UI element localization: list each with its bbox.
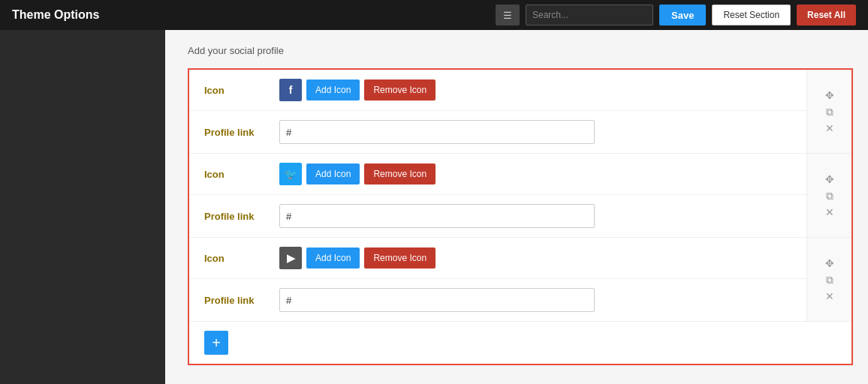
social-item-3: Icon ▶ Add Icon Remove Icon Profile link [189, 238, 851, 322]
profile-label-3: Profile link [204, 295, 279, 306]
add-row-container: + [189, 331, 851, 355]
copy-icon-3[interactable]: ⧉ [826, 274, 833, 285]
page-title: Theme Options [12, 8, 487, 22]
add-icon-button-1[interactable]: Add Icon [306, 80, 360, 100]
main-layout: Add your social profile Icon f Add Icon … [0, 30, 868, 384]
remove-icon-button-2[interactable]: Remove Icon [364, 164, 436, 184]
delete-icon-2[interactable]: ✕ [825, 207, 834, 218]
reset-all-button[interactable]: Reset All [797, 4, 856, 26]
add-row-button[interactable]: + [204, 331, 228, 355]
header: Theme Options ☰ Save Reset Section Reset… [0, 0, 868, 30]
profile-controls-2 [279, 204, 791, 228]
copy-icon-1[interactable]: ⧉ [826, 106, 833, 117]
profile-link-input-1[interactable] [279, 120, 595, 144]
add-icon-button-2[interactable]: Add Icon [306, 164, 360, 184]
youtube-icon: ▶ [287, 252, 295, 264]
sidebar [0, 30, 165, 384]
profile-row-2: Profile link [189, 195, 806, 237]
row-actions-3: ✥ ⧉ ✕ [806, 238, 851, 321]
profile-label-1: Profile link [204, 127, 279, 138]
row-actions-1: ✥ ⧉ ✕ [806, 70, 851, 153]
save-button[interactable]: Save [659, 4, 706, 26]
social-item-2: Icon 🐦 Add Icon Remove Icon Profile link [189, 154, 851, 238]
add-icon-button-3[interactable]: Add Icon [306, 248, 360, 268]
icon-row-2: Icon 🐦 Add Icon Remove Icon [189, 154, 806, 195]
row-actions-2: ✥ ⧉ ✕ [806, 154, 851, 237]
reset-section-button[interactable]: Reset Section [712, 4, 791, 26]
icon-controls-2: 🐦 Add Icon Remove Icon [279, 163, 791, 185]
profile-row-3: Profile link [189, 279, 806, 321]
move-icon-1[interactable]: ✥ [825, 90, 834, 100]
remove-icon-button-3[interactable]: Remove Icon [364, 248, 436, 268]
profile-controls-1 [279, 120, 791, 144]
icon-label-3: Icon [204, 253, 279, 264]
plus-icon: + [212, 334, 221, 352]
profile-label-2: Profile link [204, 211, 279, 222]
header-actions: ☰ Save Reset Section Reset All [496, 4, 856, 26]
icon-controls-1: f Add Icon Remove Icon [279, 79, 791, 101]
icon-row-1: Icon f Add Icon Remove Icon [189, 70, 806, 111]
facebook-icon: f [289, 84, 293, 96]
social-fields-3: Icon ▶ Add Icon Remove Icon Profile link [189, 238, 806, 321]
social-fields-1: Icon f Add Icon Remove Icon Profile link [189, 70, 806, 153]
menu-icon-button[interactable]: ☰ [496, 4, 520, 26]
search-input[interactable] [526, 4, 653, 26]
delete-icon-1[interactable]: ✕ [825, 123, 834, 134]
icon-controls-3: ▶ Add Icon Remove Icon [279, 247, 791, 269]
remove-icon-button-1[interactable]: Remove Icon [364, 80, 436, 100]
move-icon-3[interactable]: ✥ [825, 258, 834, 268]
profile-link-input-2[interactable] [279, 204, 595, 228]
delete-icon-3[interactable]: ✕ [825, 291, 834, 302]
profile-controls-3 [279, 288, 791, 312]
social-item-1: Icon f Add Icon Remove Icon Profile link [189, 70, 851, 154]
icon-preview-twitter: 🐦 [279, 163, 302, 185]
twitter-icon: 🐦 [285, 168, 297, 180]
icon-label-1: Icon [204, 85, 279, 96]
icon-preview-facebook: f [279, 79, 302, 101]
social-fields-2: Icon 🐦 Add Icon Remove Icon Profile link [189, 154, 806, 237]
move-icon-2[interactable]: ✥ [825, 174, 834, 184]
profile-link-input-3[interactable] [279, 288, 595, 312]
icon-preview-youtube: ▶ [279, 247, 302, 269]
icon-label-2: Icon [204, 169, 279, 180]
section-title: Add your social profile [188, 45, 853, 56]
profile-row-1: Profile link [189, 111, 806, 153]
hamburger-icon: ☰ [503, 10, 512, 21]
copy-icon-2[interactable]: ⧉ [826, 190, 833, 201]
social-container: Icon f Add Icon Remove Icon Profile link [188, 68, 853, 365]
icon-row-3: Icon ▶ Add Icon Remove Icon [189, 238, 806, 279]
content-area: Add your social profile Icon f Add Icon … [165, 30, 868, 384]
